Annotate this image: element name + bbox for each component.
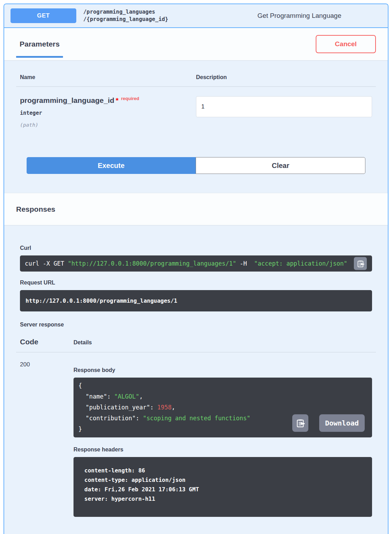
request-url-text: http://127.0.0.1:8000/programming_langua… <box>26 297 366 304</box>
description-column-header: Description <box>196 74 227 80</box>
tab-parameters: Parameters <box>16 28 63 60</box>
response-headers-label: Response headers <box>74 447 372 453</box>
parameters-table-header: Name Description <box>20 74 372 80</box>
response-body-controls: Download <box>292 414 365 432</box>
table-divider <box>16 86 376 87</box>
execute-button[interactable]: Execute <box>27 157 196 174</box>
copy-icon <box>357 260 364 267</box>
responses-body: Curl curl -X GET "http://127.0.0.1:8000/… <box>4 225 388 525</box>
parameter-type: integer <box>20 110 196 116</box>
response-headers-block: content-length: 86content-type: applicat… <box>74 457 372 517</box>
curl-label: Curl <box>20 245 372 251</box>
parameter-meta: programming_language_id*required integer… <box>20 96 196 128</box>
operation-path: /programming_languages /{programming_lan… <box>83 8 168 23</box>
response-table-divider <box>16 352 376 352</box>
response-details: Response body { "name": "ALGOL", "public… <box>74 361 372 517</box>
details-column-header: Details <box>74 339 92 346</box>
responses-heading: Responses <box>16 205 55 213</box>
request-url-block: http://127.0.0.1:8000/programming_langua… <box>20 290 372 311</box>
operation-title: Get Programming Language <box>168 12 382 20</box>
name-column-header: Name <box>20 74 196 80</box>
code-column-header: Code <box>20 338 74 346</box>
clear-button[interactable]: Clear <box>196 157 365 174</box>
responses-section-header: Responses <box>4 193 388 225</box>
request-url-label: Request URL <box>20 280 372 286</box>
operation-summary[interactable]: GET /programming_languages /{programming… <box>4 4 388 28</box>
copy-response-button[interactable] <box>292 414 308 432</box>
parameter-value-input[interactable] <box>196 96 372 117</box>
cancel-button[interactable]: Cancel <box>316 35 376 53</box>
response-row-200: 200 Response body { "name": "ALGOL", "pu… <box>20 361 372 517</box>
download-button[interactable]: Download <box>319 414 365 432</box>
parameter-name: programming_language_id*required <box>20 96 196 105</box>
parameters-heading: Parameters <box>20 40 59 48</box>
parameter-description-cell <box>196 96 372 128</box>
curl-command-text: curl -X GET "http://127.0.0.1:8000/progr… <box>25 260 347 267</box>
http-method-badge: GET <box>10 8 76 23</box>
response-table-header: Code Details <box>20 338 372 346</box>
status-code: 200 <box>20 361 74 517</box>
parameters-body: Name Description programming_language_id… <box>4 60 388 193</box>
parameters-section-header: Parameters Cancel <box>4 28 388 60</box>
parameter-location: (path) <box>20 122 196 128</box>
response-body-block: { "name": "ALGOL", "publication_year": 1… <box>74 378 372 437</box>
response-body-label: Response body <box>74 367 372 373</box>
parameter-row: programming_language_id*required integer… <box>20 96 372 128</box>
response-headers-text: content-length: 86content-type: applicat… <box>84 466 366 504</box>
operation-path-line1: /programming_languages <box>83 8 168 16</box>
required-asterisk: * <box>116 96 119 104</box>
operation-path-line2: /{programming_language_id} <box>83 16 168 23</box>
curl-command-block: curl -X GET "http://127.0.0.1:8000/progr… <box>20 255 372 272</box>
copy-icon <box>296 419 305 428</box>
execute-button-group: Execute Clear <box>27 157 365 174</box>
server-response-label: Server response <box>20 322 372 328</box>
parameter-name-text: programming_language_id <box>20 96 114 104</box>
copy-curl-button[interactable] <box>354 257 367 270</box>
operation-block-get: GET /programming_languages /{programming… <box>4 3 388 534</box>
required-label: required <box>121 96 139 101</box>
